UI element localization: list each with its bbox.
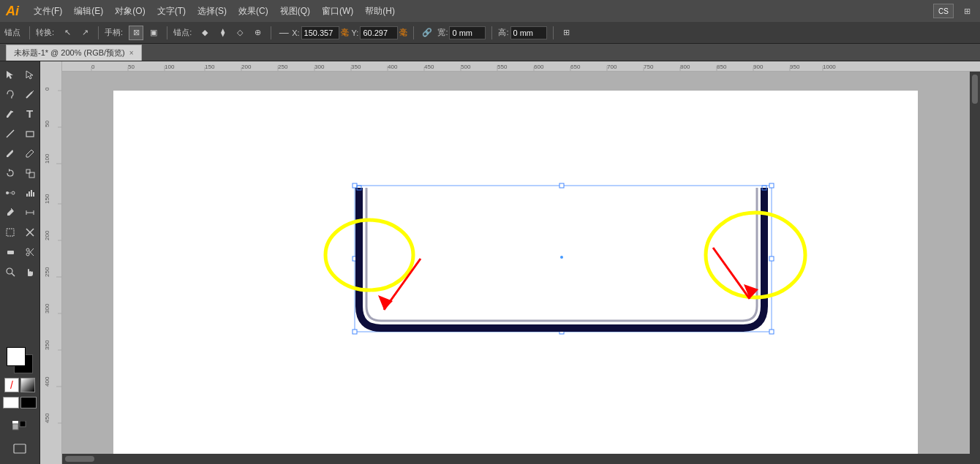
color-swatches: / bbox=[0, 343, 39, 413]
tool-row-2 bbox=[0, 84, 39, 104]
tool-row-5 bbox=[0, 143, 39, 163]
bottom-icons bbox=[4, 413, 36, 461]
line-tool[interactable] bbox=[0, 123, 20, 143]
select-tool[interactable] bbox=[0, 64, 20, 84]
anchor-btn-1[interactable]: ◆ bbox=[197, 26, 212, 40]
fg-bg-swatches[interactable] bbox=[7, 347, 33, 373]
sep7 bbox=[553, 26, 554, 39]
white-swatch[interactable] bbox=[3, 397, 19, 408]
h-scrollbar-thumb[interactable] bbox=[65, 456, 94, 462]
menu-type[interactable]: 文字(T) bbox=[157, 5, 186, 18]
anchor-btn-4[interactable]: ⊕ bbox=[250, 26, 265, 40]
svg-line-0 bbox=[26, 92, 32, 98]
columns-tool[interactable] bbox=[20, 183, 39, 202]
lasso-tool[interactable] bbox=[0, 84, 20, 104]
v-scrollbar[interactable] bbox=[970, 72, 980, 454]
h-scrollbar[interactable] bbox=[62, 454, 980, 464]
menu-select[interactable]: 选择(S) bbox=[197, 5, 227, 18]
grid-btn[interactable]: ⊞ bbox=[960, 4, 974, 18]
more-options-btn[interactable]: ⊞ bbox=[559, 26, 574, 40]
height-field-group: 高: bbox=[498, 26, 546, 39]
tool-row-1 bbox=[0, 64, 39, 84]
hand-tool[interactable] bbox=[20, 262, 39, 281]
slice-tool[interactable] bbox=[20, 222, 39, 242]
y-field-group: Y: 毫 bbox=[352, 26, 408, 39]
svg-text:350: 350 bbox=[44, 340, 50, 350]
menu-effect[interactable]: 效果(C) bbox=[238, 5, 268, 18]
menu-file[interactable]: 文件(F) bbox=[34, 5, 62, 18]
type-tool[interactable]: T bbox=[20, 104, 39, 123]
svg-text:0: 0 bbox=[91, 64, 95, 70]
edit-colors-btn[interactable] bbox=[4, 416, 36, 436]
svg-text:850: 850 bbox=[717, 64, 727, 70]
anchor-btn-3[interactable]: ◇ bbox=[233, 26, 247, 40]
svg-text:750: 750 bbox=[644, 64, 654, 70]
svg-text:1000: 1000 bbox=[823, 64, 836, 70]
screen-mode-btn[interactable] bbox=[4, 438, 36, 458]
document-tab[interactable]: 未标题-1* @ 200% (RGB/预览) × bbox=[6, 45, 142, 61]
transform-label: 转换: bbox=[36, 27, 54, 38]
magic-wand-tool[interactable] bbox=[20, 84, 39, 104]
svg-rect-4 bbox=[26, 132, 34, 137]
tabbar: 未标题-1* @ 200% (RGB/预览) × bbox=[0, 44, 980, 61]
blend-tool[interactable] bbox=[0, 183, 20, 202]
svg-text:150: 150 bbox=[44, 194, 50, 204]
scale-tool[interactable] bbox=[20, 163, 39, 183]
measure-tool[interactable] bbox=[20, 202, 39, 222]
transform-btn-2[interactable]: ↗ bbox=[78, 26, 92, 40]
svg-text:300: 300 bbox=[44, 303, 50, 313]
svg-text:400: 400 bbox=[44, 376, 50, 387]
artboard-tool[interactable] bbox=[0, 222, 20, 242]
tool-row-6 bbox=[0, 163, 39, 183]
menu-window[interactable]: 窗口(W) bbox=[322, 5, 353, 18]
direct-select-tool[interactable] bbox=[20, 64, 39, 84]
tab-close-btn[interactable]: × bbox=[129, 49, 134, 57]
x-input[interactable] bbox=[301, 26, 339, 39]
fg-swatch[interactable] bbox=[7, 347, 26, 366]
width-input[interactable] bbox=[449, 26, 486, 39]
tool-row-3: T bbox=[0, 104, 39, 123]
canvas-area[interactable]: 0 50 100 150 200 250 300 350 400 450 500… bbox=[40, 61, 980, 464]
handle-btn-1[interactable]: ⊠ bbox=[129, 26, 143, 40]
x-unit: 毫 bbox=[341, 27, 349, 38]
sep1 bbox=[29, 26, 30, 39]
eraser-tool[interactable] bbox=[0, 242, 20, 262]
svg-text:400: 400 bbox=[388, 64, 398, 70]
tab-label: 未标题-1* @ 200% (RGB/预览) bbox=[14, 47, 125, 58]
height-label: 高: bbox=[498, 27, 508, 38]
svg-rect-10 bbox=[26, 194, 28, 197]
rotate-tool[interactable] bbox=[0, 163, 20, 183]
handle-label: 手柄: bbox=[105, 27, 123, 38]
menu-object[interactable]: 对象(O) bbox=[115, 5, 145, 18]
paintbrush-tool[interactable] bbox=[0, 143, 20, 163]
pen-tool[interactable] bbox=[0, 104, 20, 123]
zoom-tool[interactable] bbox=[0, 262, 20, 281]
menu-edit[interactable]: 编辑(E) bbox=[74, 5, 103, 18]
sep5 bbox=[413, 26, 414, 39]
cs-button[interactable]: CS bbox=[933, 4, 954, 18]
v-scrollbar-thumb[interactable] bbox=[972, 75, 978, 104]
black-swatch[interactable] bbox=[20, 397, 37, 408]
tool-row-4 bbox=[0, 123, 39, 143]
svg-text:50: 50 bbox=[44, 121, 50, 127]
link-proportions-btn[interactable]: 🔗 bbox=[420, 26, 434, 40]
transform-btn-1[interactable]: ↖ bbox=[60, 26, 75, 40]
none-swatch[interactable]: / bbox=[4, 378, 19, 392]
height-input[interactable] bbox=[510, 26, 547, 39]
rect-tool[interactable] bbox=[20, 123, 39, 143]
menu-view[interactable]: 视图(Q) bbox=[280, 5, 310, 18]
svg-point-2 bbox=[12, 111, 13, 113]
menu-help[interactable]: 帮助(H) bbox=[365, 5, 395, 18]
gradient-swatch[interactable] bbox=[20, 378, 35, 392]
svg-text:550: 550 bbox=[497, 64, 508, 70]
y-input[interactable] bbox=[360, 26, 398, 39]
scissors-tool[interactable] bbox=[20, 242, 39, 262]
handle-btn-2[interactable]: ▣ bbox=[146, 26, 161, 40]
x-field-group: — X: 毫 bbox=[277, 26, 348, 39]
svg-text:300: 300 bbox=[314, 64, 325, 70]
pencil-tool[interactable] bbox=[20, 143, 39, 163]
eyedropper-tool[interactable] bbox=[0, 202, 20, 222]
tool-row-9 bbox=[0, 222, 39, 242]
svg-text:450: 450 bbox=[44, 413, 50, 423]
anchor-btn-2[interactable]: ⧫ bbox=[215, 26, 230, 40]
